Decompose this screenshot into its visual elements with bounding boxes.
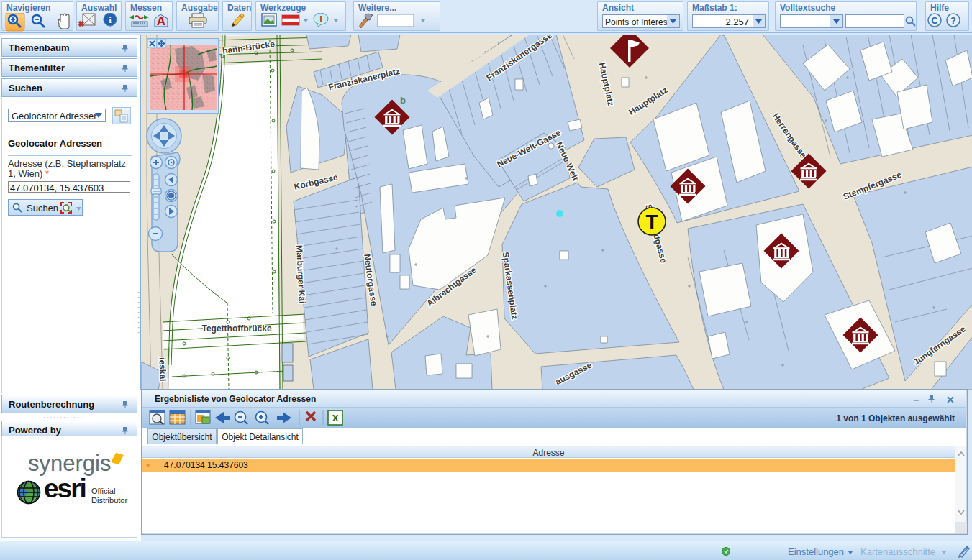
svg-text:Tegetthoffbrücke: Tegetthoffbrücke: [201, 323, 271, 334]
svg-text:i: i: [319, 14, 322, 23]
svg-text:X: X: [332, 413, 339, 423]
svg-text:i: i: [109, 14, 112, 25]
svg-text:T: T: [645, 211, 658, 233]
svg-text:b: b: [400, 95, 406, 106]
svg-text:A: A: [157, 14, 165, 28]
svg-text:?: ?: [950, 15, 956, 26]
svg-text:C: C: [931, 15, 938, 26]
svg-text:ieskai: ieskai: [157, 357, 168, 382]
